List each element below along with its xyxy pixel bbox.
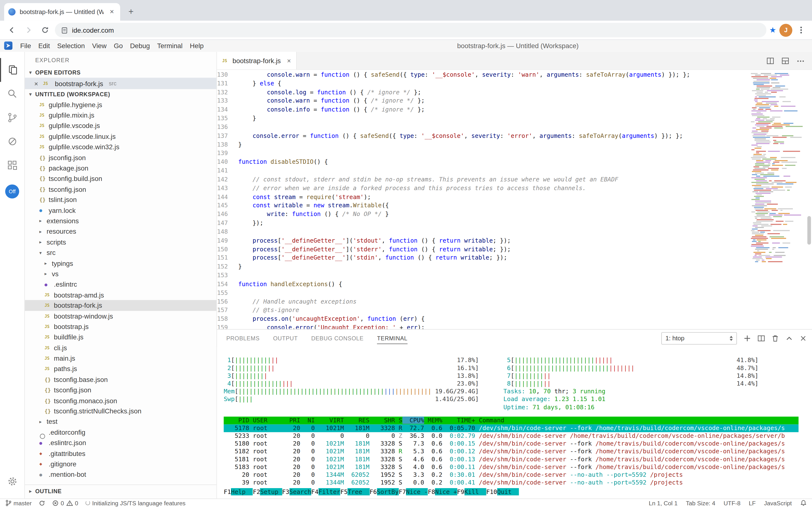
fkey-F4[interactable]: F4 [311, 488, 318, 495]
open-editor-item[interactable]: × JS bootstrap-fork.js src [25, 78, 216, 89]
problems-indicator[interactable]: 0 0 [53, 500, 78, 506]
tree-item-paths.js[interactable]: JSpaths.js [25, 363, 216, 374]
tree-item-main.js[interactable]: JSmain.js [25, 353, 216, 364]
tree-item-tsconfig.json[interactable]: {}tsconfig.json [25, 184, 216, 195]
tree-item-.gitattributes[interactable]: ◆.gitattributes [25, 448, 216, 459]
kill-terminal-icon[interactable] [772, 335, 779, 342]
tree-item-gulpfile.vscode.win32.js[interactable]: JSgulpfile.vscode.win32.js [25, 142, 216, 152]
tree-item-src[interactable]: ▾src [25, 247, 216, 258]
tree-item-scripts[interactable]: ▸scripts [25, 237, 216, 247]
panel-tab-problems[interactable]: PROBLEMS [226, 332, 260, 344]
section-outline[interactable]: ▸ OUTLINE [25, 485, 216, 499]
menu-view[interactable]: View [88, 42, 110, 49]
debug-icon[interactable] [0, 130, 25, 154]
menu-debug[interactable]: Debug [126, 42, 153, 49]
tree-item-.eslintrc.json[interactable]: ●.eslintrc.json [25, 438, 216, 448]
tree-item-tsconfig.base.json[interactable]: {}tsconfig.base.json [25, 374, 216, 385]
tree-item-package.json[interactable]: {}package.json [25, 163, 216, 173]
fkey-F9[interactable]: F9 [457, 488, 464, 495]
menu-terminal[interactable]: Terminal [153, 42, 186, 49]
tree-item-gulpfile.mixin.js[interactable]: JSgulpfile.mixin.js [25, 110, 216, 121]
back-icon[interactable] [5, 23, 19, 37]
process-row-5180[interactable]: 5180 root 20 0 1021M 181M 3328 S 7.3 0.6… [224, 440, 799, 448]
fkey-F3[interactable]: F3 [282, 488, 289, 495]
notifications-bell-icon[interactable] [800, 500, 807, 506]
cursor-position[interactable]: Ln 1, Col 1 [649, 500, 678, 506]
tree-item-jsconfig.json[interactable]: {}jsconfig.json [25, 152, 216, 163]
new-tab-button[interactable]: + [124, 5, 138, 19]
process-row-5183[interactable]: 5183 root 20 0 1021M 181M 3328 S 4.0 0.6… [224, 463, 799, 471]
minimap[interactable] [750, 73, 804, 263]
tree-item-cli.js[interactable]: JScli.js [25, 342, 216, 353]
browser-tab[interactable]: bootstrap-fork.js — Untitled (W × [4, 3, 120, 21]
tab-close-icon[interactable]: × [108, 8, 116, 16]
tab-size[interactable]: Tab Size: 4 [686, 500, 715, 506]
tree-item-.mention-bot[interactable]: ●.mention-bot [25, 469, 216, 480]
process-row-5181[interactable]: 5181 root 20 0 1021M 181M 3328 S 4.6 0.6… [224, 455, 799, 463]
process-row-5178[interactable]: 5178 root 20 0 1021M 181M 3328 R 72.7 0.… [224, 424, 799, 432]
tree-item-tsconfig.monaco.json[interactable]: {}tsconfig.monaco.json [25, 395, 216, 406]
tree-item-tslint.json[interactable]: {}tslint.json [25, 194, 216, 205]
process-row-20[interactable]: 20 root 20 0 1344M 62052 1952 S 3.3 0.2 … [224, 471, 799, 479]
tree-item-.editorconfig[interactable]: .editorconfig [25, 427, 216, 438]
tree-item-tsconfig.json[interactable]: {}tsconfig.json [25, 385, 216, 395]
close-panel-icon[interactable] [800, 335, 807, 342]
panel-tab-debug-console[interactable]: DEBUG CONSOLE [311, 332, 364, 344]
tree-item-gulpfile.vscode.linux.js[interactable]: JSgulpfile.vscode.linux.js [25, 131, 216, 142]
branch-indicator[interactable]: master [5, 500, 32, 506]
fkey-F10[interactable]: F10 [486, 488, 497, 495]
process-row-5182[interactable]: 5182 root 20 0 1021M 181M 3328 R 5.3 0.6… [224, 448, 799, 455]
menu-file[interactable]: File [17, 42, 35, 49]
editor-layout-icon[interactable] [782, 57, 789, 65]
terminal-select[interactable]: 1: htop [662, 332, 737, 344]
search-icon[interactable] [0, 82, 25, 106]
tree-item-yarn.lock[interactable]: ●yarn.lock [25, 205, 216, 216]
menu-selection[interactable]: Selection [53, 42, 88, 49]
language-mode[interactable]: JavaScript [764, 500, 792, 506]
section-workspace[interactable]: ▾ UNTITLED (WORKSPACE) [25, 89, 216, 99]
tree-item-vs[interactable]: ▸vs [25, 269, 216, 279]
address-bar[interactable]: ide.coder.com [55, 23, 766, 37]
tree-item-typings[interactable]: ▸typings [25, 258, 216, 269]
avatar[interactable]: J [779, 23, 793, 37]
fkey-F8[interactable]: F8 [428, 488, 435, 495]
tree-item-gulpfile.vscode.js[interactable]: JSgulpfile.vscode.js [25, 121, 216, 131]
tree-item-tsconfig.build.json[interactable]: {}tsconfig.build.json [25, 173, 216, 184]
tree-item-buildfile.js[interactable]: JSbuildfile.js [25, 332, 216, 342]
htop-table-header[interactable]: PID USER PRI NI VIRT RES SHR S CPU% MEM%… [224, 416, 799, 424]
new-terminal-icon[interactable] [744, 335, 751, 342]
menu-go[interactable]: Go [110, 42, 126, 49]
close-icon[interactable]: × [34, 79, 40, 87]
settings-gear-icon[interactable] [0, 469, 25, 494]
tree-item-.gitignore[interactable]: ◆.gitignore [25, 459, 216, 469]
fkey-F6[interactable]: F6 [370, 488, 377, 495]
fkey-F2[interactable]: F2 [253, 488, 260, 495]
tree-item-extensions[interactable]: ▸extensions [25, 216, 216, 226]
panel-tab-terminal[interactable]: TERMINAL [377, 332, 408, 344]
code-editor[interactable]: 130 console.warn = function () { safeSen… [217, 70, 812, 329]
terminal[interactable]: 1[||||||||||||17.8%] 2[|||||||||||16.1%]… [217, 347, 812, 498]
maximize-panel-icon[interactable] [786, 335, 793, 342]
menu-help[interactable]: Help [186, 42, 207, 49]
tree-item-bootstrap-window.js[interactable]: JSbootstrap-window.js [25, 311, 216, 322]
sync-icon[interactable] [39, 500, 45, 506]
tree-item-test[interactable]: ▸test [25, 416, 216, 427]
tree-item-bootstrap.js[interactable]: JSbootstrap.js [25, 322, 216, 332]
editor-scrollbar[interactable] [807, 216, 811, 244]
explorer-icon[interactable] [0, 58, 25, 82]
status-badge[interactable]: Off [5, 184, 19, 199]
fkey-F7[interactable]: F7 [398, 488, 406, 495]
tree-item-tsconfig.strictNullChecks.json[interactable]: {}tsconfig.strictNullChecks.json [25, 406, 216, 416]
eol[interactable]: LF [749, 500, 756, 506]
process-row-5233[interactable]: 5233 root 20 0 0 0 0 Z 36.3 0.0 0:02.79 … [224, 432, 799, 440]
tree-item-.eslintrc[interactable]: ●.eslintrc [25, 279, 216, 290]
more-actions-icon[interactable] [797, 57, 805, 65]
process-row-39[interactable]: 39 root 20 0 1344M 62052 1952 S 0.0 0.2 … [224, 479, 799, 487]
close-icon[interactable]: × [287, 57, 291, 65]
forward-icon[interactable] [22, 23, 35, 37]
tree-item-bootstrap-fork.js[interactable]: JSbootstrap-fork.js [25, 300, 216, 311]
panel-tab-output[interactable]: OUTPUT [273, 332, 298, 344]
tree-item-gulpfile.hygiene.js[interactable]: JSgulpfile.hygiene.js [25, 99, 216, 110]
tree-item-resources[interactable]: ▸resources [25, 226, 216, 237]
source-control-icon[interactable] [0, 106, 25, 130]
